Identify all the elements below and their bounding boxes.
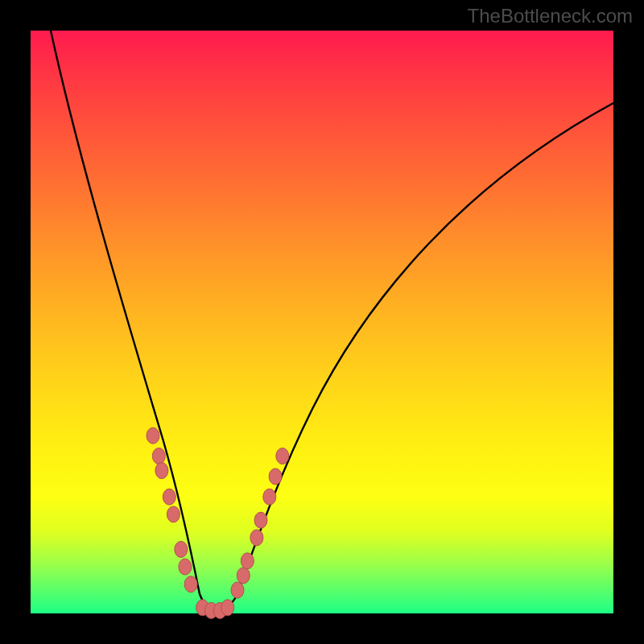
curve-marker <box>263 489 276 505</box>
curve-marker <box>237 568 250 584</box>
curve-marker <box>269 469 282 485</box>
curve-marker <box>152 448 165 464</box>
curve-marker <box>155 463 168 479</box>
chart-frame: TheBottleneck.com <box>0 0 644 644</box>
curve-marker <box>241 553 254 569</box>
curve-marker <box>231 582 244 598</box>
curve-marker <box>163 489 175 505</box>
markers-bottom <box>196 600 234 619</box>
curve-marker <box>167 506 180 522</box>
curve-marker <box>179 559 192 575</box>
bottleneck-curve <box>51 31 613 610</box>
markers-right <box>231 448 289 599</box>
curve-marker <box>250 530 263 546</box>
curve-marker <box>254 512 267 528</box>
chart-svg <box>31 31 613 613</box>
markers-left <box>147 427 197 592</box>
curve-marker <box>184 576 197 592</box>
curve-marker <box>221 600 234 616</box>
curve-marker <box>147 427 159 444</box>
curve-marker <box>276 448 289 464</box>
watermark-text: TheBottleneck.com <box>468 5 633 27</box>
plot-area <box>31 31 613 613</box>
curve-marker <box>175 541 188 557</box>
